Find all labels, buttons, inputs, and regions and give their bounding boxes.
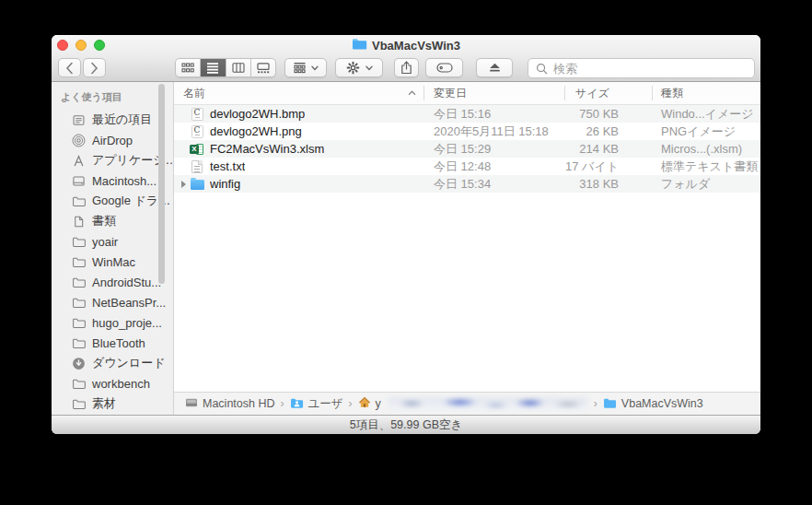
folder-icon — [603, 397, 617, 408]
sidebar-item[interactable]: yoair — [52, 231, 173, 252]
text-file-icon — [190, 159, 204, 173]
chevron-down-icon — [365, 65, 373, 71]
list-view-icon — [206, 62, 219, 74]
file-size: 750 KB — [564, 107, 652, 121]
sidebar-item[interactable]: 最近の項目 — [52, 110, 173, 130]
title-bar[interactable]: VbaMacVsWin3 — [52, 35, 760, 55]
column-header-kind[interactable]: 種類 — [652, 82, 760, 104]
title-folder-icon — [352, 37, 367, 53]
file-kind: フォルダ — [652, 176, 760, 193]
file-size: 26 KB — [564, 124, 652, 138]
recents-icon — [72, 113, 86, 127]
sidebar-item[interactable] — [52, 414, 173, 415]
applications-icon — [72, 154, 86, 168]
home-icon — [358, 396, 371, 408]
window-title: VbaMacVsWin3 — [372, 39, 460, 53]
sidebar-item[interactable]: AndroidStu... — [52, 272, 173, 292]
back-button[interactable] — [58, 58, 81, 77]
folder-icon — [72, 255, 86, 269]
status-bar: 5項目、59.99 GB空き — [52, 415, 760, 434]
sidebar-item[interactable]: Google ドラ… — [52, 191, 173, 211]
column-header-size[interactable]: サイズ — [564, 82, 652, 104]
file-row[interactable]: Cdevlogo2WH.png2020年5月11日 15:1826 KBPNGイ… — [174, 123, 760, 140]
sidebar-items: 最近の項目AirDropアプリケーシ…Macintosh...Google ドラ… — [52, 110, 173, 415]
sidebar-scrollbar[interactable] — [158, 84, 165, 284]
file-date: 今日 15:29 — [423, 141, 564, 158]
action-menu-button[interactable] — [335, 58, 383, 77]
tag-button[interactable] — [425, 58, 463, 77]
file-date: 今日 15:16 — [423, 106, 564, 123]
path-item[interactable]: VbaMacVsWin3 — [603, 397, 703, 411]
folder-icon — [72, 296, 86, 310]
forward-button[interactable] — [83, 58, 106, 77]
file-row[interactable]: Cdevlogo2WH.bmp今日 15:16750 KBWindo...イメー… — [174, 105, 760, 123]
file-date: 今日 15:34 — [423, 176, 564, 193]
file-date: 今日 12:48 — [423, 159, 564, 175]
file-row[interactable]: XFC2MacVsWin3.xlsm今日 15:29214 KBMicros..… — [174, 140, 760, 158]
file-date: 2020年5月11日 15:18 — [423, 123, 564, 140]
path-item-label: y — [376, 397, 381, 410]
file-name: devlogo2WH.bmp — [210, 107, 305, 121]
gallery-view-icon — [257, 62, 270, 74]
status-text: 5項目、59.99 GB空き — [350, 417, 463, 433]
sidebar-item-label: 書類 — [92, 213, 116, 229]
folder-icon — [72, 235, 86, 249]
eject-button[interactable] — [476, 58, 513, 77]
file-name: FC2MacVsWin3.xlsm — [210, 142, 324, 156]
toolbar — [52, 55, 760, 81]
file-name: winfig — [210, 177, 240, 191]
folder-icon — [72, 316, 86, 330]
gallery-view-button[interactable] — [251, 59, 275, 76]
path-separator: › — [349, 397, 353, 410]
image-file-icon: C — [190, 124, 204, 138]
sidebar-item[interactable]: アプリケーシ… — [52, 150, 173, 170]
drive-icon — [72, 174, 86, 188]
sidebar-item[interactable]: ダウンロード — [52, 353, 173, 373]
file-list-pane: 名前 変更日 サイズ 種類 Cdevlogo2WH.bmp今日 15:16750… — [174, 82, 760, 415]
sidebar-section-title: よく使う項目 — [61, 90, 173, 104]
column-header-name[interactable]: 名前 — [174, 82, 423, 104]
sidebar-item[interactable]: AirDrop — [52, 130, 173, 150]
documents-icon — [72, 215, 86, 229]
path-item[interactable]: y — [358, 396, 588, 411]
file-name: devlogo2WH.png — [210, 124, 302, 138]
file-row[interactable]: test.txt今日 12:4817 バイト標準テキスト書類 — [174, 158, 760, 175]
sidebar-item[interactable]: hugo_proje... — [52, 312, 173, 333]
sidebar-item[interactable]: 書類 — [52, 211, 173, 231]
column-view-icon — [232, 62, 245, 74]
icon-view-button[interactable] — [176, 59, 201, 76]
path-item-label: VbaMacVsWin3 — [621, 397, 703, 410]
list-view-button[interactable] — [201, 59, 226, 76]
search-input[interactable] — [528, 59, 754, 77]
path-separator: › — [281, 397, 284, 410]
share-button[interactable] — [394, 58, 419, 77]
window-chrome: VbaMacVsWin3 — [52, 35, 760, 82]
file-kind: Windo...イメージ — [652, 106, 760, 123]
search-field[interactable] — [528, 58, 755, 78]
sidebar-item[interactable]: 素材 — [52, 393, 173, 414]
path-item[interactable]: ユーザ — [290, 396, 343, 412]
column-view-button[interactable] — [226, 59, 251, 76]
sidebar-item[interactable]: workbench — [52, 373, 173, 393]
file-size: 318 KB — [564, 177, 652, 191]
sidebar-item[interactable]: WinMac — [52, 252, 173, 272]
sidebar-item[interactable]: NetBeansPr... — [52, 292, 173, 312]
group-by-button[interactable] — [284, 58, 327, 77]
users-folder-icon — [290, 397, 304, 408]
chevron-down-icon — [311, 65, 319, 71]
folder-icon — [72, 377, 86, 391]
gear-icon — [346, 61, 360, 75]
sidebar: よく使う項目 最近の項目AirDropアプリケーシ…Macintosh...Go… — [52, 82, 174, 415]
sidebar-item[interactable]: BlueTooth — [52, 333, 173, 353]
sidebar-item-label: Macintosh... — [92, 174, 157, 188]
sidebar-item[interactable]: Macintosh... — [52, 170, 173, 191]
sidebar-item-label: WinMac — [92, 255, 135, 269]
column-header-date[interactable]: 変更日 — [423, 82, 564, 104]
disclosure-triangle-icon[interactable] — [177, 181, 190, 188]
path-separator: › — [594, 397, 597, 410]
path-item[interactable]: Macintosh HD — [185, 397, 275, 411]
sidebar-item-label: 最近の項目 — [92, 112, 152, 128]
file-row[interactable]: winfig今日 15:34318 KBフォルダ — [174, 175, 760, 193]
finder-window: VbaMacVsWin3 — [52, 35, 760, 434]
tag-icon — [436, 63, 453, 73]
